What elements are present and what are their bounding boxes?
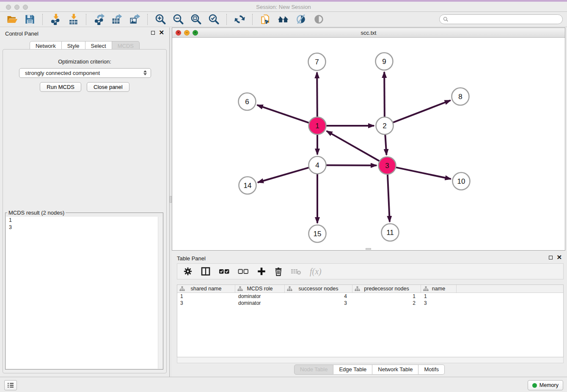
graph-node-1[interactable]: 1: [309, 117, 326, 135]
graph-edge-2-9[interactable]: [384, 72, 385, 117]
table-cell[interactable]: 3: [421, 300, 457, 306]
graph-node-4[interactable]: 4: [309, 157, 326, 174]
column-header-predecessor-nodes[interactable]: predecessor nodes: [352, 285, 421, 293]
graph-node-2[interactable]: 2: [376, 117, 394, 135]
table-cell[interactable]: dominator: [235, 300, 285, 306]
table-toolbar: f(x): [177, 263, 564, 279]
tab-node-table[interactable]: Node Table: [294, 364, 334, 375]
float-panel-icon[interactable]: [151, 31, 155, 35]
column-header-MCDS-role[interactable]: MCDS role: [235, 285, 285, 293]
deselect-all-rows-button[interactable]: [238, 268, 249, 275]
task-history-button[interactable]: [4, 380, 17, 390]
close-panel-button[interactable]: Close panel: [87, 82, 129, 92]
graph-node-label: 15: [314, 230, 322, 238]
memory-button[interactable]: Memory: [528, 380, 563, 390]
export-table-button[interactable]: [109, 13, 124, 26]
select-all-rows-button[interactable]: [219, 268, 230, 275]
graph-edge-3-10[interactable]: [396, 167, 451, 179]
node-table: shared nameMCDS rolesuccessor nodesprede…: [177, 284, 564, 357]
mcds-result-textarea[interactable]: 13: [6, 217, 162, 369]
graph-node-label: 7: [315, 58, 319, 66]
table-cell[interactable]: 2: [352, 300, 421, 306]
criterion-dropdown[interactable]: strongly connected component: [19, 68, 151, 78]
table-hscrollbar[interactable]: [177, 357, 564, 363]
graph-edge-1-6[interactable]: [257, 105, 309, 123]
float-panel-icon[interactable]: [549, 256, 553, 259]
export-image-button[interactable]: [127, 13, 142, 26]
import-network-icon: [50, 14, 61, 25]
column-header-name[interactable]: name: [421, 285, 457, 293]
control-panel: Control Panel ✕ Network Style Select MCD…: [0, 28, 169, 377]
graph-node-9[interactable]: 9: [376, 53, 393, 70]
run-mcds-button[interactable]: Run MCDS: [40, 82, 81, 92]
table-row[interactable]: 1dominator411: [177, 293, 563, 300]
tab-edge-table[interactable]: Edge Table: [333, 364, 372, 375]
save-session-button[interactable]: [22, 13, 37, 26]
toggle-columns-button[interactable]: [201, 266, 211, 276]
zoom-out-button[interactable]: [171, 13, 186, 26]
table-cell[interactable]: 1: [421, 293, 457, 300]
delete-table-icon: [291, 268, 302, 275]
import-network-button[interactable]: [48, 13, 63, 26]
import-table-button[interactable]: [66, 13, 81, 26]
graph-node-label: 4: [315, 161, 319, 169]
open-session-button[interactable]: [4, 13, 19, 26]
graph-node-8[interactable]: 8: [452, 88, 469, 105]
graph-edge-4-3[interactable]: [326, 165, 377, 166]
graph-node-3[interactable]: 3: [379, 157, 396, 174]
table-cell[interactable]: 3: [177, 300, 235, 306]
close-panel-icon[interactable]: ✕: [556, 255, 562, 259]
zoom-selected-button[interactable]: [206, 13, 221, 26]
export-network-button[interactable]: [91, 13, 107, 26]
graphics-details-button[interactable]: [293, 13, 308, 26]
zoom-in-button[interactable]: [153, 13, 168, 26]
table-cell[interactable]: 1: [177, 293, 235, 300]
graph-edge-4-14[interactable]: [258, 168, 309, 182]
table-row[interactable]: 3dominator323: [177, 300, 563, 306]
tab-motifs[interactable]: Motifs: [418, 364, 445, 375]
network-window-titlebar[interactable]: ✕ − + scc.txt: [172, 28, 565, 38]
column-header-shared-name[interactable]: shared name: [177, 285, 235, 293]
column-header-successor-nodes[interactable]: successor nodes: [285, 285, 352, 293]
table-cell[interactable]: dominator: [235, 293, 285, 300]
search-input[interactable]: [450, 17, 559, 22]
graph-node-11[interactable]: 11: [382, 224, 399, 241]
delete-table-button[interactable]: [291, 268, 302, 275]
graph-edge-3-1[interactable]: [327, 131, 380, 161]
graph-edge-2-3[interactable]: [385, 135, 386, 155]
graph-node-14[interactable]: 14: [239, 177, 256, 194]
graph-edge-2-8[interactable]: [393, 100, 451, 122]
refresh-view-button[interactable]: [232, 13, 247, 26]
table-cell[interactable]: 1: [352, 293, 421, 300]
graph-edge-3-11[interactable]: [388, 174, 390, 222]
graph-edge-1-7[interactable]: [317, 72, 317, 117]
graph-node-7[interactable]: 7: [308, 53, 326, 71]
graph-node-6[interactable]: 6: [239, 93, 256, 110]
plus-icon: [257, 267, 266, 276]
add-row-button[interactable]: [257, 267, 266, 276]
column-settings-button[interactable]: [183, 267, 193, 276]
zoom-fit-button[interactable]: [188, 13, 204, 26]
graph-node-15[interactable]: 15: [309, 225, 326, 243]
network-canvas[interactable]: 1234678910111415: [172, 38, 565, 250]
network-resize-handle[interactable]: [366, 248, 371, 250]
export-table-icon: [111, 14, 123, 25]
session-home-button[interactable]: [275, 13, 291, 26]
birds-eye-view-button[interactable]: [311, 13, 326, 26]
home-icon: [278, 14, 289, 25]
tab-network-table[interactable]: Network Table: [372, 364, 418, 375]
table-cell[interactable]: 3: [285, 300, 352, 306]
deselect-all-icon: [238, 268, 249, 275]
dropdown-stepper-icon: [143, 70, 147, 75]
network-view-window: ✕ − + scc.txt 1234678910111415: [172, 28, 565, 251]
function-builder-button[interactable]: f(x): [310, 267, 322, 276]
zoom-out-icon: [173, 14, 184, 25]
tree-icon: [179, 286, 185, 293]
clone-network-button[interactable]: [258, 13, 273, 26]
graph-node-10[interactable]: 10: [453, 173, 470, 190]
delete-row-button[interactable]: [274, 267, 283, 276]
table-cell[interactable]: 4: [285, 293, 352, 300]
search-field[interactable]: [439, 14, 563, 24]
result-scrollbar[interactable]: [158, 217, 162, 369]
close-panel-icon[interactable]: ✕: [159, 30, 164, 35]
